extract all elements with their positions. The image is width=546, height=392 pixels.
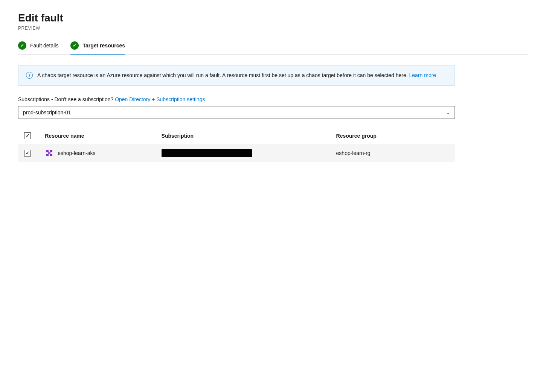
table-row: eshop-learn-aks eshop-learn-rg bbox=[18, 144, 455, 163]
row-resource-name-cell: eshop-learn-aks bbox=[39, 144, 155, 163]
fault-details-check-icon bbox=[18, 41, 26, 50]
col-header-checkbox bbox=[18, 128, 39, 144]
info-icon bbox=[26, 72, 33, 79]
aks-icon bbox=[45, 149, 54, 158]
col-header-subscription: Subscription bbox=[156, 128, 330, 144]
tab-target-resources[interactable]: Target resources bbox=[70, 41, 125, 54]
svg-rect-0 bbox=[46, 150, 49, 152]
target-resources-check-icon bbox=[70, 41, 79, 50]
page-subtitle: PREVIEW bbox=[18, 26, 528, 31]
svg-rect-2 bbox=[48, 152, 50, 154]
row-checkbox[interactable] bbox=[24, 150, 31, 156]
row-resource-name: eshop-learn-aks bbox=[58, 150, 95, 156]
col-header-resource-group: Resource group bbox=[330, 128, 455, 144]
col-header-resource-name: Resource name bbox=[39, 128, 155, 144]
subscription-redacted bbox=[162, 149, 252, 157]
row-checkbox-cell bbox=[18, 144, 39, 163]
chevron-down-icon: ⌄ bbox=[446, 110, 450, 115]
tab-fault-details-label: Fault details bbox=[30, 43, 58, 49]
subscription-dropdown[interactable]: prod-subscription-01 ⌄ bbox=[18, 106, 455, 119]
svg-rect-3 bbox=[46, 154, 49, 156]
svg-rect-4 bbox=[50, 154, 52, 156]
learn-more-link[interactable]: Learn more bbox=[409, 72, 436, 78]
tabs-container: Fault details Target resources bbox=[18, 41, 528, 55]
subscriptions-label: Subscriptions - Don't see a subscription… bbox=[18, 96, 528, 102]
row-subscription-cell bbox=[156, 144, 330, 163]
resources-table: Resource name Subscription Resource grou… bbox=[18, 128, 455, 162]
row-resource-group: eshop-learn-rg bbox=[330, 144, 455, 163]
open-directory-link[interactable]: Open Directory + Subscription settings bbox=[115, 96, 205, 102]
tab-fault-details[interactable]: Fault details bbox=[18, 41, 58, 54]
info-banner-text: A chaos target resource is an Azure reso… bbox=[37, 71, 436, 79]
page-title: Edit fault bbox=[18, 12, 528, 24]
info-banner: A chaos target resource is an Azure reso… bbox=[18, 65, 455, 86]
select-all-checkbox[interactable] bbox=[24, 132, 31, 139]
subscription-selected-value: prod-subscription-01 bbox=[23, 109, 71, 115]
svg-rect-1 bbox=[50, 150, 52, 152]
tab-target-resources-label: Target resources bbox=[82, 43, 125, 49]
